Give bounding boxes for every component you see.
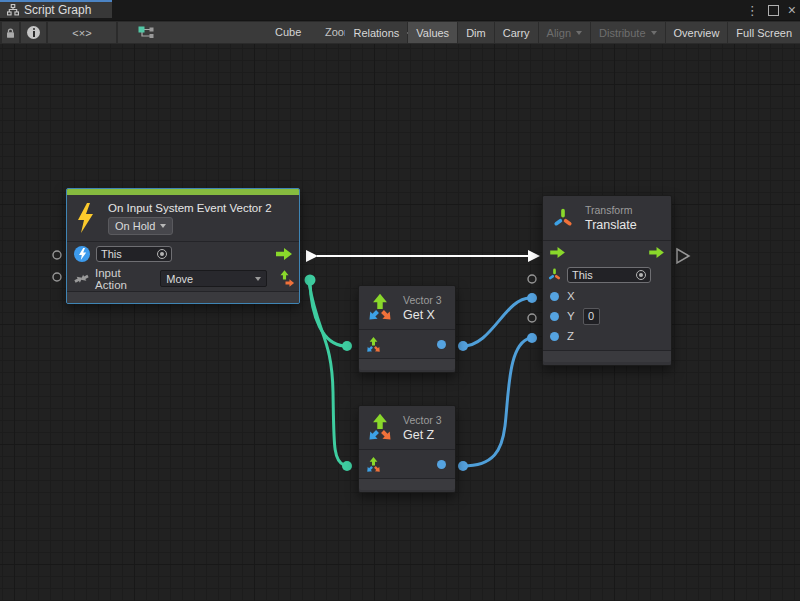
vector3-icon [365,412,395,444]
event-node-footer [67,291,299,303]
tab-script-graph[interactable]: Script Graph [0,0,112,18]
caret-down-icon [160,224,166,228]
getx-node-footer [359,358,455,370]
node-vector3-get-z[interactable]: Vector 3 Get Z [358,405,456,493]
translate-this-field[interactable]: This [567,267,651,283]
getx-inner-output-dot[interactable] [437,340,446,349]
window-menu-icon[interactable]: ⋮ [746,4,759,17]
getz-node-footer [359,478,455,490]
tab-title: Script Graph [24,3,91,17]
input-system-icon [74,246,90,262]
event-mode-dropdown[interactable]: On Hold [108,217,173,235]
transform-icon [552,207,574,229]
event-this-field[interactable]: This [96,246,172,262]
graph-toolbar: <×> Cube Zoom 1x Relations Values Dim Ca… [0,21,800,45]
node-on-input-system-event[interactable]: On Input System Event Vector 2 On Hold T… [66,188,300,304]
vector3-icon [365,292,395,324]
graph-tree-icon [7,4,19,16]
graph-info-segment: Cube Zoom 1x [118,22,370,43]
target-picker-icon[interactable] [157,249,167,259]
x-port-label: X [567,290,575,302]
getx-node-category: Vector 3 [403,294,442,306]
flow-out-arrow-icon [649,247,665,258]
lock-icon [5,27,16,39]
caret-down-icon [651,31,657,35]
distribute-button[interactable]: Distribute [591,22,664,43]
script-graph-window: Script Graph ⋮ × <×> [0,0,800,601]
align-button[interactable]: Align [539,22,590,43]
caret-down-icon [576,31,582,35]
vector3-mini-icon [365,456,382,473]
lightning-bolt-icon [75,203,95,233]
getz-node-title: Get Z [403,428,442,442]
y-port-dot[interactable] [550,312,559,321]
vector2-output-icon [279,270,295,287]
overview-button[interactable]: Overview [666,22,728,43]
node-transform-translate[interactable]: Transform Translate This [542,195,672,366]
translate-node-category: Transform [585,204,637,216]
z-port-dot[interactable] [550,332,559,341]
translate-node-footer [543,350,671,362]
target-picker-icon[interactable] [636,270,646,280]
getx-node-title: Get X [403,308,442,322]
getz-node-category: Vector 3 [403,414,442,426]
values-button[interactable]: Values [408,22,457,43]
code-icon: <×> [72,27,91,39]
y-value-input[interactable]: 0 [583,308,600,325]
window-maximize-icon[interactable] [768,5,779,16]
relations-button[interactable]: Relations [345,22,407,43]
input-action-icon [74,271,89,286]
window-close-icon[interactable]: × [788,3,796,17]
inspect-button[interactable] [21,22,46,43]
translate-node-title: Translate [585,218,637,232]
graph-name: Cube [275,26,301,38]
y-port-label: Y [567,310,575,322]
z-port-label: Z [567,330,574,342]
vector3-mini-icon [365,336,382,353]
input-action-label: Input Action [95,267,154,291]
tab-bar: Script Graph ⋮ × [0,0,800,21]
caret-down-icon [255,277,261,281]
flow-in-arrow-icon [550,247,566,258]
getz-inner-output-dot[interactable] [437,460,446,469]
input-action-dropdown[interactable]: Move [160,270,267,287]
lock-button[interactable] [2,22,19,43]
dim-button[interactable]: Dim [458,22,494,43]
code-preview-button[interactable]: <×> [48,22,116,43]
carry-button[interactable]: Carry [495,22,538,43]
graph-reference-icon [138,26,154,40]
transform-mini-icon [548,268,561,281]
flow-arrow-green-icon [276,248,293,260]
fullscreen-button[interactable]: Full Screen [728,22,800,43]
x-port-dot[interactable] [550,292,559,301]
event-node-title: On Input System Event Vector 2 [108,202,272,214]
info-icon [27,26,40,39]
node-vector3-get-x[interactable]: Vector 3 Get X [358,285,456,373]
